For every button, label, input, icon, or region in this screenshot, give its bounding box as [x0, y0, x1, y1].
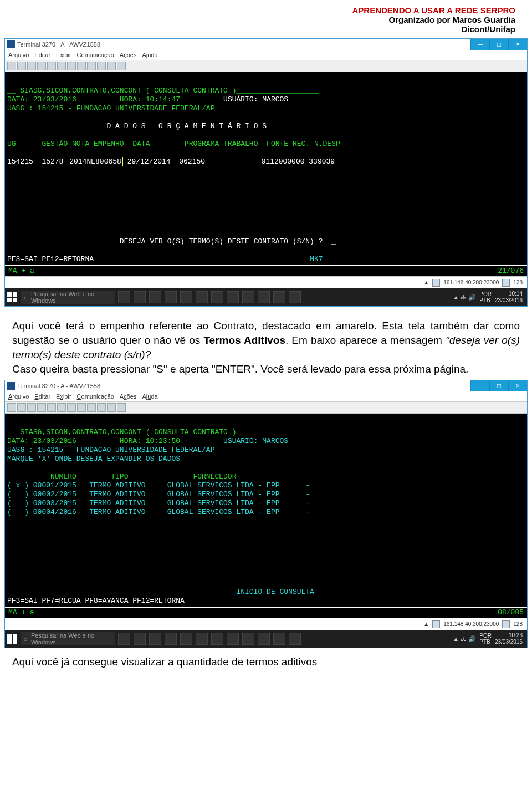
toolbar-icon[interactable] [37, 62, 46, 70]
toolbar-icon[interactable] [67, 403, 76, 412]
app-icon[interactable] [227, 291, 239, 303]
t2-line: UASG : 154215 - FUNDACAO UNIVERSIDADE FE… [7, 446, 214, 454]
firefox-icon[interactable] [196, 633, 208, 645]
menu-editar[interactable]: Editar [34, 52, 50, 58]
store-icon[interactable] [165, 291, 177, 303]
chrome-icon[interactable] [180, 291, 192, 303]
t1-row-b: 29/12/2014 062150 0112000000 339039 [123, 157, 335, 166]
clock-time: 10:14 [495, 291, 523, 297]
status-right: 21/076 [498, 267, 524, 276]
window-title: Terminal 3270 - A - AWVZ1558 [17, 383, 100, 389]
toolbar-icon[interactable] [57, 403, 66, 412]
app-icon[interactable] [242, 633, 254, 645]
menu-exibir[interactable]: Exibir [56, 52, 71, 58]
toolbar-icon[interactable] [37, 403, 46, 412]
statusbar-1: MA + a 21/076 [5, 266, 527, 276]
firefox-icon[interactable] [196, 291, 208, 303]
app-icon[interactable] [273, 291, 285, 303]
menu-comunicacao[interactable]: Comunicação [77, 52, 114, 58]
ie-icon[interactable] [134, 291, 146, 303]
java-icon[interactable] [289, 291, 301, 303]
toolbar-icon[interactable] [117, 62, 126, 70]
taskbar-search[interactable]: ⌕ Pesquisar na Web e no Windows [21, 632, 115, 645]
minimize-button[interactable]: ─ [470, 39, 489, 50]
ie-icon[interactable] [134, 633, 146, 645]
p2: Aqui você já consegue visualizar a quant… [12, 656, 317, 668]
menu-arquivo[interactable]: Arquivo [8, 52, 29, 58]
terminal-body-1[interactable]: __ SIASG,SICON,CONTRATO,CONCONT ( CONSUL… [5, 72, 527, 265]
tray-icons[interactable]: ▲ 🖧 🔊 [453, 635, 476, 643]
start-button[interactable] [7, 292, 17, 302]
toolbar-icon[interactable] [77, 403, 86, 412]
clock-time: 10:23 [495, 632, 523, 639]
taskbar-search[interactable]: ⌕ Pesquisar na Web e no Windows [21, 291, 115, 304]
toolbar-icon[interactable] [87, 62, 96, 70]
store-icon[interactable] [165, 633, 177, 645]
maximize-button[interactable]: □ [489, 380, 508, 391]
app-icon[interactable] [227, 633, 239, 645]
toolbar-icon[interactable] [7, 62, 16, 70]
toolbar-icon[interactable] [47, 403, 56, 412]
close-button[interactable]: × [508, 39, 527, 50]
terminal-body-2[interactable]: __ SIASG,SICON,CONTRATO,CONCONT ( CONSUL… [5, 414, 527, 607]
explorer-icon[interactable] [149, 633, 161, 645]
menubar: Arquivo Editar Exibir Comunicação Ações … [5, 391, 527, 401]
search-icon: ⌕ [24, 635, 28, 642]
word-icon[interactable] [211, 291, 223, 303]
tray-kb: PTB [479, 639, 490, 645]
window-title: Terminal 3270 - A - AWVZ1558 [17, 41, 100, 48]
t2-row: ( _ ) 00002/2015 TERMO ADITIVO GLOBAL SE… [7, 490, 310, 498]
toolbar-icon[interactable] [107, 62, 116, 70]
minimize-button[interactable]: ─ [470, 380, 489, 391]
app-icon[interactable] [273, 633, 285, 645]
app-icon [7, 40, 15, 48]
explorer-icon[interactable] [149, 291, 161, 303]
toolbar-icon[interactable] [7, 403, 16, 412]
menu-comunicacao[interactable]: Comunicação [77, 393, 114, 400]
menu-editar[interactable]: Editar [34, 393, 50, 400]
taskbar-clock[interactable]: 10:23 23/03/2016 [495, 632, 525, 645]
t2-pf: PF3=SAI PF7=RECUA PF8=AVANCA PF12=RETORN… [7, 597, 185, 605]
toolbar-icon[interactable] [27, 62, 36, 70]
menu-ajuda[interactable]: Ajuda [142, 52, 157, 58]
app-icon[interactable] [258, 633, 270, 645]
toolbar-icon[interactable] [27, 403, 36, 412]
toolbar-icon[interactable] [57, 62, 66, 70]
toolbar-icon[interactable] [97, 62, 106, 70]
tray-kb: PTB [479, 297, 490, 303]
app-icon[interactable] [258, 291, 270, 303]
maximize-button[interactable]: □ [489, 39, 508, 50]
taskview-icon[interactable] [118, 291, 130, 303]
taskbar-clock[interactable]: 10:14 23/03/2016 [495, 291, 525, 304]
t2-line: MARQUE 'X' ONDE DESEJA EXPANDIR OS DADOS [7, 455, 180, 463]
word-icon[interactable] [211, 633, 223, 645]
toolbar-icon[interactable] [117, 403, 126, 412]
menu-acoes[interactable]: Ações [120, 393, 137, 400]
menu-exibir[interactable]: Exibir [56, 393, 71, 400]
doc-header-line1: APRENDENDO A USAR A REDE SERPRO [0, 6, 515, 15]
menu-acoes[interactable]: Ações [120, 52, 137, 58]
toolbar-icon[interactable] [17, 62, 26, 70]
toolbar-icon[interactable] [97, 403, 106, 412]
toolbar-icon[interactable] [47, 62, 56, 70]
tray-lang: POR [479, 291, 492, 297]
menu-ajuda[interactable]: Ajuda [142, 393, 157, 400]
clock-date: 23/03/2016 [495, 639, 523, 645]
titlebar: Terminal 3270 - A - AWVZ1558 ─ □ × [5, 380, 527, 391]
doc-paragraph-2: Aqui você já consegue visualizar a quant… [0, 650, 532, 673]
toolbar-icon[interactable] [77, 62, 86, 70]
toolbar-icon[interactable] [17, 403, 26, 412]
menu-arquivo[interactable]: Arquivo [8, 393, 29, 400]
java-icon[interactable] [289, 633, 301, 645]
app-icon[interactable] [242, 291, 254, 303]
p1-c: . Em baixo aparece a mensagem [285, 334, 446, 346]
chrome-icon[interactable] [180, 633, 192, 645]
close-button[interactable]: × [508, 380, 527, 391]
toolbar [5, 60, 527, 72]
taskview-icon[interactable] [118, 633, 130, 645]
toolbar-icon[interactable] [107, 403, 116, 412]
tray-icons[interactable]: ▲ 🖧 🔊 [453, 294, 476, 301]
toolbar-icon[interactable] [67, 62, 76, 70]
toolbar-icon[interactable] [87, 403, 96, 412]
start-button[interactable] [7, 634, 17, 644]
